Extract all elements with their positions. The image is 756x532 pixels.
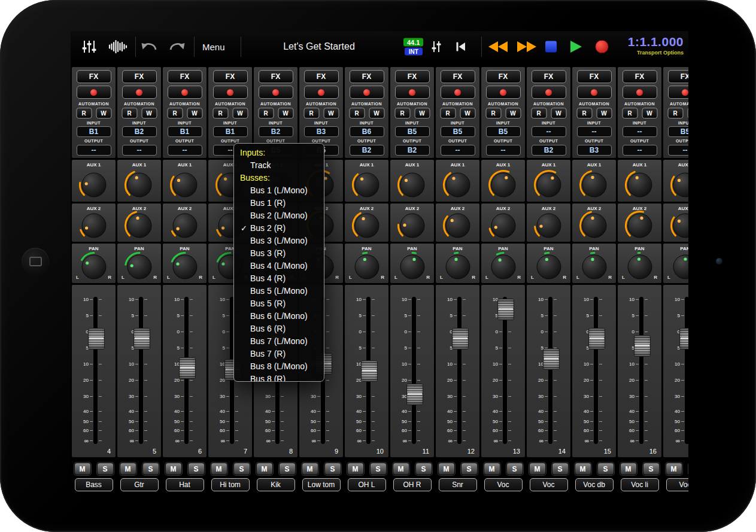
fx-button[interactable]: FX [77, 70, 111, 83]
menu-item[interactable]: Track [234, 159, 324, 172]
aux1-knob[interactable] [124, 169, 155, 200]
automation-write-button[interactable]: W [460, 108, 475, 118]
input-select[interactable]: -- [623, 126, 657, 137]
output-select[interactable]: -- [623, 145, 657, 156]
channel-name[interactable]: Voc [666, 478, 689, 491]
pan-knob[interactable] [579, 251, 610, 282]
mixer-view-button[interactable] [81, 39, 97, 54]
automation-read-button[interactable]: R [349, 108, 365, 118]
automation-write-button[interactable]: W [642, 108, 657, 118]
fader-track[interactable] [548, 297, 552, 444]
fader-cap[interactable] [452, 328, 469, 349]
aux1-knob[interactable] [579, 169, 610, 200]
aux2-knob[interactable] [351, 210, 382, 241]
aux2-knob[interactable] [169, 210, 201, 241]
menu-item[interactable]: Bus 4 (R) [234, 272, 324, 285]
aux2-knob[interactable] [488, 210, 519, 241]
automation-read-button[interactable]: R [531, 108, 546, 118]
automation-read-button[interactable]: R [667, 108, 683, 118]
fader-cap[interactable] [361, 360, 378, 382]
menu-item[interactable]: Bus 8 (L/Mono) [234, 360, 324, 373]
menu-item[interactable]: Bus 5 (L/Mono) [234, 285, 324, 297]
automation-write-button[interactable]: W [232, 108, 248, 118]
pan-knob[interactable] [124, 251, 155, 282]
record-arm-button[interactable] [77, 86, 111, 99]
menu-item[interactable]: ✓Bus 2 (R) [234, 222, 324, 235]
solo-button[interactable]: S [97, 463, 114, 475]
menu-item[interactable]: Bus 4 (L/Mono) [234, 260, 324, 272]
aux2-knob[interactable] [670, 210, 689, 241]
automation-read-button[interactable]: R [440, 108, 456, 118]
solo-button[interactable]: S [142, 463, 159, 475]
aux1-knob[interactable] [533, 169, 564, 200]
pan-knob[interactable] [169, 251, 201, 282]
fx-button[interactable]: FX [623, 70, 657, 83]
record-arm-button[interactable] [532, 86, 566, 99]
record-arm-button[interactable] [304, 86, 339, 99]
fader-cap[interactable] [679, 328, 688, 349]
solo-button[interactable]: S [552, 463, 569, 475]
channel-name[interactable]: Low tom [302, 478, 341, 491]
mute-button[interactable]: M [666, 463, 682, 475]
menu-item[interactable]: Bus 8 (R) [234, 373, 324, 382]
input-select[interactable]: B1 [77, 126, 111, 137]
automation-write-button[interactable]: W [187, 108, 202, 118]
channel-name[interactable]: Gtr [120, 478, 159, 491]
fader-cap[interactable] [634, 335, 651, 357]
fader-track[interactable] [93, 297, 98, 444]
mute-button[interactable]: M [620, 463, 637, 475]
time-display[interactable]: 1:1.1.000 [628, 35, 684, 49]
fx-button[interactable]: FX [668, 70, 689, 83]
solo-button[interactable]: S [461, 463, 478, 475]
fader-cap[interactable] [497, 299, 514, 320]
aux2-knob[interactable] [397, 210, 428, 241]
solo-button[interactable]: S [324, 463, 341, 475]
record-arm-button[interactable] [623, 86, 657, 99]
home-button[interactable] [22, 248, 49, 275]
channel-name[interactable]: Voc li [621, 478, 659, 491]
pan-knob[interactable] [397, 251, 428, 282]
fader-settings-button[interactable] [430, 40, 443, 53]
fx-button[interactable]: FX [213, 70, 248, 83]
mute-button[interactable]: M [438, 463, 455, 475]
automation-write-button[interactable]: W [141, 108, 157, 118]
pan-knob[interactable] [442, 251, 473, 282]
fx-button[interactable]: FX [168, 70, 202, 83]
pan-knob[interactable] [670, 251, 689, 282]
automation-read-button[interactable]: R [303, 108, 319, 118]
input-select[interactable]: B1 [168, 126, 202, 137]
mute-button[interactable]: M [393, 463, 409, 475]
automation-read-button[interactable]: R [212, 108, 228, 118]
fx-button[interactable]: FX [304, 70, 339, 83]
automation-read-button[interactable]: R [485, 108, 501, 118]
fx-button[interactable]: FX [577, 70, 612, 83]
output-select[interactable]: -- [168, 145, 202, 156]
channel-name[interactable]: Voc [484, 478, 523, 491]
record-arm-button[interactable] [395, 86, 430, 99]
record-arm-button[interactable] [486, 86, 521, 99]
menu-item[interactable]: Bus 7 (L/Mono) [234, 335, 324, 348]
solo-button[interactable]: S [643, 463, 660, 475]
solo-button[interactable]: S [188, 463, 205, 475]
mute-button[interactable]: M [120, 463, 136, 475]
fader-track[interactable] [639, 297, 643, 444]
menu-item[interactable]: Bus 3 (R) [234, 247, 324, 260]
mute-button[interactable]: M [575, 463, 591, 475]
aux1-knob[interactable] [351, 169, 382, 200]
output-select[interactable]: -- [486, 145, 521, 156]
input-select[interactable]: B6 [350, 126, 384, 137]
menu-item[interactable]: Bus 3 (L/Mono) [234, 235, 324, 247]
fx-button[interactable]: FX [486, 70, 521, 83]
input-select[interactable]: B3 [304, 126, 339, 137]
output-select[interactable]: B2 [350, 145, 384, 156]
channel-name[interactable]: Voc [530, 478, 568, 491]
automation-write-button[interactable]: W [323, 108, 339, 118]
fader-cap[interactable] [133, 328, 150, 349]
automation-write-button[interactable]: W [278, 108, 293, 118]
input-select[interactable]: -- [577, 126, 612, 137]
automation-read-button[interactable]: R [622, 108, 637, 118]
menu-item[interactable]: Bus 6 (R) [234, 323, 324, 335]
output-select[interactable]: B2 [395, 145, 430, 156]
channel-name[interactable]: Voc db [575, 478, 614, 491]
pan-knob[interactable] [533, 251, 564, 282]
